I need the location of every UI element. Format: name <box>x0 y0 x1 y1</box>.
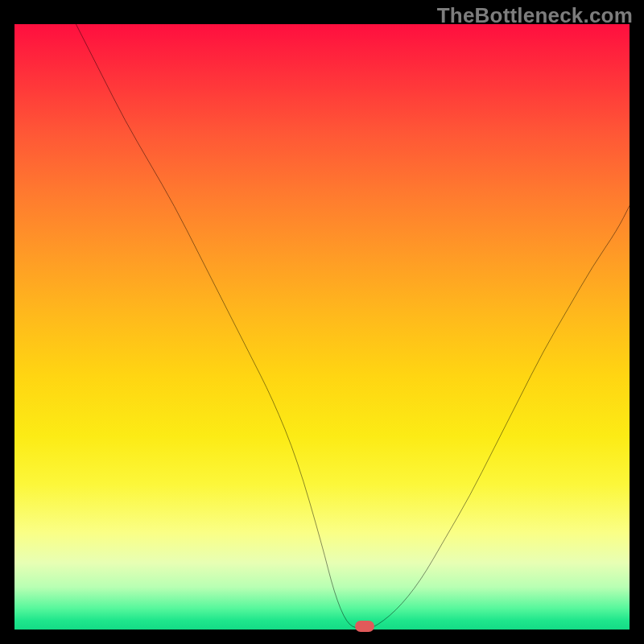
chart-container: TheBottleneck.com <box>0 0 644 644</box>
plot-area <box>14 24 630 630</box>
curve-svg <box>14 24 630 630</box>
min-marker <box>355 621 374 632</box>
main-curve-path <box>76 24 630 630</box>
watermark-text: TheBottleneck.com <box>437 3 633 28</box>
